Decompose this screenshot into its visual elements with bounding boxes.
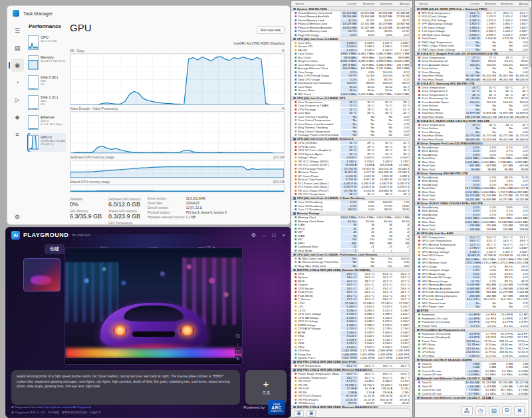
sensor-row[interactable]: Controller Temperature44.2 °C40.7 °C65.0… <box>291 376 412 380</box>
sensor-row[interactable]: Total Power1.380 W1.104 W4.315 W1.592 W <box>415 37 531 41</box>
sensor-row[interactable]: Read Activity0.1%0.1%9.9%0.1% <box>415 206 531 210</box>
sensor-row[interactable]: GPU Memory Voltage1.362 V1.347 V1.367 V1… <box>415 250 531 254</box>
sensor-row[interactable]: tRC140140140140 <box>291 238 412 242</box>
sensor-row[interactable]: GPU Memory Temperature52.5 °C36.1 °C56.3… <box>415 243 531 247</box>
sensor-row[interactable]: VIN11.512 V1.508 V1.516 V1.512 V <box>291 341 412 345</box>
sensor-row[interactable]: PCB (MOS)28.0 °C25.5 °C31.0 °C28.3 °C <box>291 294 412 298</box>
sensor-row[interactable]: Core C0 Residency4.1%0.9%100.0%7.3% <box>291 200 412 204</box>
sensor-row[interactable]: VBat3.104 V3.104 V3.104 V3.104 V <box>291 334 412 338</box>
sensor-row[interactable]: System34.0 °C30.5 °C35.5 °C33.2 °C <box>291 276 412 280</box>
sensor-row[interactable]: GPU Power LimitNoNoNo2.7% <box>415 305 531 309</box>
sensor-row[interactable]: VIN Bulk Input Voltage4.932 V4.899 V5.12… <box>415 33 531 37</box>
sensor-row[interactable]: VR IOUT17.38 A10.75 A219.50 A21.06 A <box>291 387 412 391</box>
rail-processes-icon[interactable]: ▤ <box>11 41 24 55</box>
sensor-row[interactable]: GPU Temperature50.0 °C34.0 °C55.1 °C51.1… <box>415 236 531 240</box>
sensor-row[interactable]: PMIC Output Power LimitNoNoNo0.0% <box>415 44 531 48</box>
scrollbar[interactable] <box>409 1 412 417</box>
sensor-row[interactable]: PCIe Link Speed16.0 GT/s16.0 GT/s16.0 GT… <box>415 298 531 302</box>
sensor-row[interactable]: GPU Wait274.32 ms20.34 ms281.50 ms76.22 … <box>415 347 531 351</box>
sensor-row[interactable]: 1.0V Input Voltage0.985 V0.980 V1.018 V0… <box>415 29 531 33</box>
clock-icon[interactable]: ◷ <box>475 406 486 415</box>
sensor-row[interactable]: Read Rate0.001 MB/s0.000 MB/s1.160 MB/s0… <box>415 156 531 160</box>
sensor-row[interactable]: Command Rate2T2T2T2T <box>291 245 412 249</box>
sensor-row[interactable]: PMIC High TemperatureNoNoNo0.0% <box>415 41 531 45</box>
sensor-row[interactable]: Total DL81,760 MB81,293 MB81,760 MB81,52… <box>415 381 531 385</box>
sensor-row[interactable]: Total GPU Power38.883 W31.789 W123.883 W… <box>415 254 531 258</box>
sensor-row[interactable]: tRAS95959595 <box>291 234 412 238</box>
sensor-row[interactable]: VR VCC Power (POUT)22.780 W6.553 W259.88… <box>291 189 412 193</box>
sensor-row[interactable]: Virtual Memory Load41.2%41.2%53.4%43.7% <box>291 19 412 23</box>
sensor-row[interactable]: Read Rate0.001 MB/s0.000 MB/s1.301 MB/s0… <box>415 216 531 220</box>
sensor-row[interactable]: Gear Mode2222 <box>291 249 412 253</box>
sensor-row[interactable]: Framerate4.0 FPS0.0 FPS23.0 FPS4.2 FPS <box>415 313 531 317</box>
sensor-row[interactable]: Write Rate0.001 MB/s0.000 MB/s15.239 MB/… <box>415 220 531 224</box>
sensor-row[interactable]: PL2 Power Limit (Static)4,095.9 W4,095.9… <box>291 185 412 189</box>
sensor-row[interactable]: Total Activity0.1%0.1%9.9%0.1% <box>415 213 531 217</box>
layout-button-2[interactable]: ▣ <box>307 410 317 417</box>
sensor-row[interactable]: Core Clocks4,885.7 MHz4,385.7 MHz5,985.9… <box>291 52 412 56</box>
sensor-row[interactable]: Core Ratio45.2x43.2x60.0x45.7x <box>291 85 412 89</box>
sensor-row[interactable]: VR VCC Current (IOUT)19.305 A5.638 A169.… <box>291 163 412 167</box>
sensor-row[interactable]: Total Host Writes45,775 GB45,775 GB45,77… <box>415 134 531 138</box>
layout-button-1[interactable]: ▣ <box>294 410 304 417</box>
sensor-row[interactable]: PL1 Power Limit (Static)4,095.9 W4,095.9… <box>291 182 412 186</box>
sensor-row[interactable]: CPU Package Power25.704 W18.323 W253.155… <box>291 167 412 171</box>
sensor-row[interactable]: Current DL rate7.9 KB/s0.0 KB/s38.1 KB/s… <box>415 388 531 392</box>
sensor-row[interactable]: Drive Available Spare100.0%100.0%100.0%1… <box>415 101 531 104</box>
sensor-row[interactable]: Physical Memory Used13,028 MB12,701 MB16… <box>291 22 412 26</box>
sensor-row[interactable]: Write Rate0.003 MB/s0.000 MB/s2.188 MB/s… <box>415 160 531 164</box>
sensor-row[interactable]: Core Distance to TjMAX72 °C16 °C74 °C62 … <box>291 104 412 108</box>
sensor-row[interactable]: Drive WarningNoNoNo0.0% <box>415 130 531 134</box>
sensor-row[interactable]: Framerate (0.1% Low)4.0 FPS0.0 FPS4.0 FP… <box>415 320 531 324</box>
sensor-row[interactable]: PCB (PCIe)28.5 °C26.0 °C31.5 °C28.1 °C <box>291 290 412 294</box>
sensor-row[interactable]: +12V12.168 V12.096 V12.240 V12.169 V <box>291 302 412 306</box>
sensor-row[interactable]: CPU Core Voltage1.196 V0.986 V1.398 V1.2… <box>291 312 412 316</box>
run-new-task-button[interactable]: Run new task <box>257 26 285 34</box>
sensor-row[interactable]: VPP (Activating) Voltage1.807 V1.798 V1.… <box>415 22 531 26</box>
sensor-row[interactable]: Rest-of-Chip Power9.758 W8.921 W13.982 W… <box>291 178 412 182</box>
sensor-row[interactable]: Distributed Core Utilization100.0%88.6%1… <box>291 81 412 85</box>
sensor-row[interactable]: GPU Thermal LimitNoNoNo2.2% <box>415 302 531 306</box>
sensor-row[interactable]: CPU (Tctl/Tdie)31 °C28 °C85 °C41 °C <box>291 141 412 145</box>
sensor-row[interactable]: GPU Usage5.1%0.7%98.1%29.7% <box>415 265 531 269</box>
sensor-row[interactable]: Drive Temperature 247 °C46 °C65 °C49 °C <box>415 89 531 93</box>
sensor-row[interactable]: Ring Thermal ThrottlingNoNoNo0.0% <box>291 126 412 130</box>
column-current[interactable]: Current <box>340 2 358 5</box>
github-link[interactable]: https://github.com/intel/AI-Playground <box>43 405 90 409</box>
sensor-row[interactable]: Write Activity0.2%0.1%1.4%0.2% <box>415 179 531 183</box>
sensor-row[interactable]: Current UP rate0.7 KB/s0.1 KB/s9.7 KB/s0… <box>415 392 531 396</box>
sensor-row[interactable]: Drive Available Spare100.0%100.0%100.0%1… <box>415 63 531 67</box>
sensor-row[interactable]: Total Host Reads186,174 GB186,021 GB186,… <box>415 115 531 119</box>
sensor-row[interactable]: VRef1.504 V1.502 V1.506 V1.504 V <box>291 345 412 349</box>
sensor-row[interactable]: Uncore Ratio46.0x40.0x50.0x45.7x <box>291 89 412 93</box>
sensor-row[interactable]: SPD Hub Temperature41.2 °C40.0 °C43.2 °C… <box>415 11 531 15</box>
sensor-row[interactable]: Physical Memory Available35,819 MB32,267… <box>291 26 412 30</box>
sensor-row[interactable]: CPU System Agent32 °C29 °C53 °C36 °C <box>291 152 412 156</box>
minimize-icon[interactable]: – <box>263 232 265 238</box>
sidebar-item-memory[interactable]: Memory13.0/47.8 GB (27%) <box>27 53 66 72</box>
sensor-row[interactable]: Ring Critical TemperatureNoNoNo0.0% <box>291 130 412 134</box>
sensor-row[interactable]: CPU Package31 °C28 °C85 °C41 °C <box>291 108 412 112</box>
rail-details-icon[interactable]: ≡ <box>11 128 24 141</box>
sensor-row[interactable]: tRFC885885885885 <box>291 242 412 246</box>
sensor-row[interactable]: GPU Core Voltage0.793 V0.650 V1.052 V0.8… <box>415 246 531 250</box>
sensor-row[interactable]: Read Activity0.2%0.0%6.1%0.2% <box>415 146 531 150</box>
column-minimum[interactable]: Minimum <box>358 2 376 5</box>
column-maximum[interactable]: Maximum <box>498 2 515 5</box>
sensor-row[interactable]: VR VIN11.938 V11.750 V12.063 V11.934 V <box>291 383 412 387</box>
sensor-row[interactable]: Current UP rate0.0 KB/s0.0 KB/s0.0 KB/s0… <box>415 373 531 377</box>
sensor-row[interactable]: Uncore VID1.204 V1.184 V1.296 V1.229 V <box>291 45 412 49</box>
sensor-row[interactable]: GPU Memory Usage51.7%5.1%88.1%46.7% <box>415 280 531 284</box>
column-sensor[interactable]: Sensor <box>415 2 465 5</box>
sensor-row[interactable]: Voltage Offsets0.000 V0.000 V0.000 V0.00… <box>291 156 412 160</box>
sensor-row[interactable]: GPU Memory Allocated6,148 MB940 MB11,240… <box>415 283 531 287</box>
sensor-row[interactable]: Read Total647 MB647 MB647 MB647 MB <box>415 164 531 168</box>
sensor-row[interactable]: Drive FailureNoNoNo0.0% <box>415 104 531 108</box>
sensor-row[interactable]: Current DL rate0.0 KB/s0.0 KB/s0.0 KB/s0… <box>415 369 531 373</box>
sensor-row[interactable]: Physical Memory Load26.7%26.0%33.9%27.6% <box>291 29 412 33</box>
sensor-row[interactable]: Frame Time274.33 ms21.35 ms289.70 ms72.5… <box>415 339 531 343</box>
sensor-row[interactable]: Core Power Limit ExceededNoNoYes0.7% <box>291 122 412 126</box>
tab-1[interactable]: 创建 <box>45 244 65 254</box>
sensor-row[interactable]: Write Rate0.152 MB/s0.000 MB/s1,767.9 MB… <box>415 190 531 194</box>
fullscreen-icon[interactable]: ▢ <box>235 348 241 354</box>
